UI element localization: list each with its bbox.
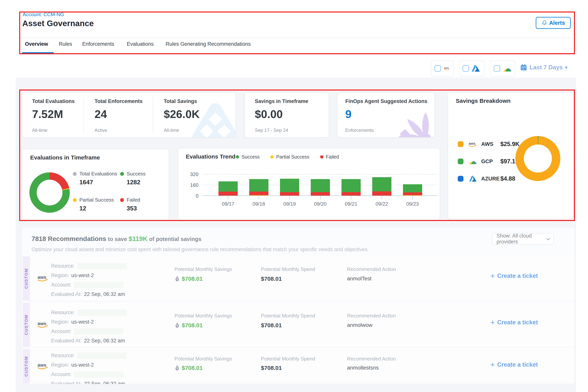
savings-breakdown-donut-chart[interactable] bbox=[515, 136, 560, 181]
filter-card-gcp[interactable]: ☁ bbox=[490, 60, 515, 76]
bell-icon bbox=[542, 20, 547, 26]
kpi-card-finops-actions: FinOps Agent Suggested Actions 9 Enforce… bbox=[337, 92, 435, 138]
calendar-icon bbox=[520, 64, 527, 71]
finops-actions-value: 9 bbox=[345, 108, 352, 120]
savings-column-label: Potential Monthly Savings bbox=[174, 356, 232, 362]
resource-fields: Resource: Region:us-west-2 Account: Eval… bbox=[51, 351, 127, 384]
tab-rules-generating-recommendations[interactable]: Rules Generating Recommendations bbox=[166, 41, 251, 47]
date-range-selector[interactable]: Last 7 Days ▾ bbox=[520, 64, 568, 71]
x-axis-label: 09/22 bbox=[366, 201, 397, 207]
legend-value-aws: $25.9K bbox=[500, 141, 520, 148]
recommendations-title-suffix: of potential savings bbox=[148, 236, 202, 242]
spend-column-value: $708.01 bbox=[261, 276, 282, 282]
total-savings-label: Total Savings bbox=[164, 98, 197, 104]
bar-segment-success bbox=[342, 179, 361, 192]
bar-segment-failed bbox=[342, 192, 361, 196]
recommendation-row: CUSTOM aws Resource: Region:us-west-2 Ac… bbox=[22, 348, 574, 384]
filter-card-aws[interactable]: aws bbox=[431, 60, 454, 76]
tab-enforcements[interactable]: Enforcements bbox=[82, 41, 114, 47]
svg-text:aws: aws bbox=[38, 274, 46, 280]
bar-group-09/19[interactable] bbox=[280, 179, 299, 196]
resource-fields: Resource: Region:us-west-2 Account: Eval… bbox=[51, 308, 127, 346]
cloud-provider-filter-dropdown[interactable]: Show: All cloud providers bbox=[492, 233, 554, 244]
bar-segment-success bbox=[372, 177, 392, 192]
create-ticket-button[interactable]: +Create a ticket bbox=[490, 319, 538, 326]
azure-checkbox[interactable] bbox=[462, 65, 469, 72]
create-ticket-button[interactable]: +Create a ticket bbox=[490, 361, 538, 368]
savings-breakdown-card: Savings Breakdown aws AWS $25.9K ☁ GCP $… bbox=[448, 92, 574, 219]
tab-overview[interactable]: Overview bbox=[25, 41, 48, 47]
x-axis-tick bbox=[259, 196, 259, 200]
spend-column-label: Potential Monthly Spend bbox=[261, 356, 315, 362]
gcp-color-chip bbox=[458, 158, 464, 164]
aws-checkbox[interactable] bbox=[434, 65, 441, 72]
divider bbox=[152, 98, 153, 133]
account-breadcrumb-link[interactable]: Account: CCM-NG bbox=[23, 12, 64, 18]
total-enforcements-value: 24 bbox=[94, 108, 107, 120]
recommendations-subtitle: Optimize your cloud assets and minimize … bbox=[32, 246, 369, 252]
x-axis-label: 09/18 bbox=[244, 201, 274, 207]
svg-text:$: $ bbox=[176, 367, 178, 370]
aws-logo-icon: aws bbox=[37, 320, 49, 329]
total-evaluations-dot bbox=[73, 172, 77, 176]
bar-group-09/20[interactable] bbox=[311, 179, 330, 196]
tabs-divider bbox=[15, 54, 574, 54]
alerts-button[interactable]: Alerts bbox=[536, 17, 571, 29]
bar-group-09/21[interactable] bbox=[342, 179, 361, 196]
annotation-box-header bbox=[19, 12, 575, 54]
evaluations-trend-card: Evaluations Trend Success Partial Succes… bbox=[178, 148, 440, 220]
recommendations-count: 7818 Recommendations bbox=[32, 235, 106, 242]
plus-icon: + bbox=[490, 320, 495, 325]
bar-group-09/23[interactable] bbox=[403, 184, 422, 196]
savings-timeframe-label: Savings in Timeframe bbox=[255, 98, 308, 104]
create-ticket-button[interactable]: +Create a ticket bbox=[490, 272, 538, 280]
filter-card-azure[interactable] bbox=[459, 60, 484, 76]
finops-actions-sublabel: Enforcements bbox=[345, 128, 374, 133]
x-axis-label: 09/20 bbox=[305, 201, 336, 207]
legend-item-failed: Failed 353 bbox=[120, 197, 140, 212]
gcp-checkbox[interactable] bbox=[494, 65, 500, 72]
bar-group-09/18[interactable] bbox=[249, 179, 268, 196]
bar-segment-success bbox=[403, 184, 422, 192]
savings-column-value: $ $708.01 bbox=[174, 365, 202, 371]
y-axis-tick-0: 0 bbox=[183, 193, 198, 199]
legend-value: 353 bbox=[127, 205, 140, 212]
legend-label: Failed bbox=[127, 197, 140, 203]
legend-item-partial-success: Partial Success 12 bbox=[73, 197, 114, 212]
evaluations-timeframe-donut-chart[interactable] bbox=[30, 172, 70, 213]
legend-value: 12 bbox=[79, 205, 114, 212]
x-axis-tick bbox=[290, 196, 290, 200]
bar-group-09/22[interactable] bbox=[372, 177, 392, 196]
total-enforcements-label: Total Enforcements bbox=[94, 98, 142, 104]
savings-column-value: $ $708.01 bbox=[174, 276, 202, 282]
tab-rules[interactable]: Rules bbox=[59, 41, 72, 47]
legend-item-aws: aws AWS $25.9K bbox=[458, 139, 520, 150]
legend-item-total-evaluations: Total Evaluations 1647 bbox=[73, 171, 117, 186]
azure-logo-icon bbox=[469, 176, 476, 182]
bar-segment-success bbox=[311, 179, 330, 192]
bar-segment-success bbox=[280, 179, 299, 192]
x-axis-tick bbox=[382, 196, 382, 200]
recommendations-title-mid: to save bbox=[106, 236, 128, 242]
tab-evaluations[interactable]: Evaluations bbox=[127, 41, 154, 47]
money-bag-icon: $ bbox=[174, 322, 180, 328]
legend-item-gcp: ☁ GCP $97.19 bbox=[458, 156, 519, 167]
x-axis-label: 09/23 bbox=[397, 201, 428, 207]
region-label: Region: bbox=[51, 272, 69, 278]
recommendations-panel: 7818 Recommendations to save $119K of po… bbox=[22, 228, 574, 384]
total-evaluations-sublabel: All-time bbox=[32, 128, 48, 133]
spend-column-value: $708.01 bbox=[261, 365, 282, 371]
action-column-label: Recommended Action bbox=[347, 266, 396, 272]
legend-item-success: Success 1282 bbox=[120, 171, 146, 186]
legend-item-azure: AZURE $4.88 bbox=[458, 173, 515, 184]
failed-dot bbox=[120, 198, 124, 202]
savings-timeframe-dates: Sep 17 - Sep 24 bbox=[255, 128, 288, 133]
resource-label: Resource: bbox=[51, 263, 75, 269]
success-dot bbox=[120, 172, 124, 176]
trend-bar-chart bbox=[203, 148, 436, 196]
total-savings-value: $26.0K bbox=[164, 108, 200, 120]
aws-logo-icon: aws bbox=[444, 65, 450, 72]
bar-group-09/17[interactable] bbox=[218, 182, 238, 196]
bar-segment-failed bbox=[218, 192, 238, 196]
redacted-resource-value bbox=[77, 352, 127, 359]
